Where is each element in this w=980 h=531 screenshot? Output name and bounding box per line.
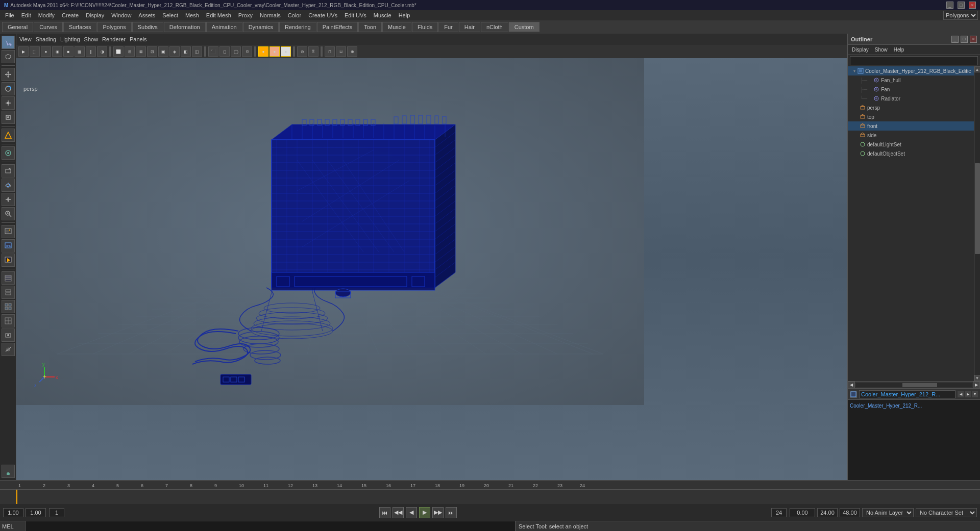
outliner-show-menu[interactable]: Show [873, 46, 890, 53]
anim-layer-select[interactable]: No Anim Layer [862, 508, 914, 517]
menu-modify[interactable]: Modify [35, 11, 58, 19]
outliner-item-side[interactable]: side [848, 131, 974, 140]
tab-polygons[interactable]: Polygons [97, 22, 131, 32]
command-input-area[interactable] [26, 521, 516, 531]
title-bar-buttons[interactable]: _ □ × [946, 2, 976, 9]
layer5-button[interactable] [2, 328, 15, 342]
viewport-lighting-menu[interactable]: Lighting [60, 36, 80, 42]
vp-light-yellow[interactable]: ● [258, 46, 268, 57]
tab-custom[interactable]: Custom [509, 22, 540, 32]
step-forward-button[interactable]: ▶▶ [432, 507, 444, 518]
menu-mesh[interactable]: Mesh [182, 11, 202, 19]
soft-select-button[interactable] [2, 146, 15, 160]
move-tool-button[interactable] [2, 68, 15, 81]
menu-proxy[interactable]: Proxy [235, 11, 256, 19]
lasso-select-button[interactable] [2, 50, 15, 63]
goto-end-button[interactable]: ⏭ [446, 507, 457, 518]
total-time-1-input[interactable]: 24.00 [817, 508, 838, 517]
vp-normals[interactable]: ‖ [86, 46, 96, 57]
outliner-item-cooler-master[interactable]: ▾ Cooler_Master_Hyper_212_RGB_Black_Edit… [848, 66, 974, 75]
maximize-button[interactable]: □ [958, 2, 965, 9]
menu-create[interactable]: Create [59, 11, 82, 19]
vp-light[interactable]: ◑ [97, 46, 107, 57]
menu-window[interactable]: Window [108, 11, 134, 19]
outliner-item-top[interactable]: top [848, 112, 974, 121]
outliner-item-default-object-set[interactable]: defaultObjectSet [848, 149, 974, 158]
scroll-left-arrow[interactable]: ◀ [848, 382, 855, 389]
channel-box-arrow-left[interactable]: ◀ [958, 391, 964, 397]
viewport-3d-content[interactable]: x y z + persp [16, 58, 847, 480]
menu-edit[interactable]: Edit [18, 11, 34, 19]
vp-deformers[interactable]: ⧈ [242, 46, 252, 57]
outliner-minimize[interactable]: _ [951, 36, 959, 43]
range-end-input[interactable]: 1.00 [26, 508, 46, 517]
vp-aa[interactable]: ⊠ [136, 46, 146, 57]
close-button[interactable]: × [969, 2, 976, 9]
goto-start-button[interactable]: ⏮ [379, 507, 390, 518]
vp-select-mode[interactable]: ▶ [18, 46, 29, 57]
tab-muscle[interactable]: Muscle [382, 22, 411, 32]
outliner-tree[interactable]: ▾ Cooler_Master_Hyper_212_RGB_Black_Edit… [848, 66, 974, 381]
tab-general[interactable]: General [2, 22, 33, 32]
vp-snap2[interactable]: ⊔ [336, 46, 346, 57]
tab-rendering[interactable]: Rendering [279, 22, 316, 32]
viewport-view-menu[interactable]: View [19, 36, 32, 42]
play-forward-button[interactable]: ▶ [419, 507, 430, 518]
viewport-area[interactable]: View Shading Lighting Show Renderer Pane… [16, 34, 847, 480]
outliner-help-menu[interactable]: Help [892, 46, 906, 53]
tab-dynamics[interactable]: Dynamics [243, 22, 279, 32]
menu-select[interactable]: Select [159, 11, 181, 19]
outliner-display-menu[interactable]: Display [850, 46, 871, 53]
menu-help[interactable]: Help [396, 11, 413, 19]
vp-texture[interactable]: ▦ [75, 46, 85, 57]
zoom-button[interactable] [2, 207, 15, 220]
viewport-panels-menu[interactable]: Panels [130, 36, 147, 42]
outliner-close[interactable]: × [970, 36, 977, 43]
menu-assets[interactable]: Assets [135, 11, 158, 19]
channel-box-expand[interactable]: ▼ [972, 391, 978, 397]
vp-shadows[interactable]: ◧ [181, 46, 191, 57]
expand-arrow-cooler[interactable]: ▾ [852, 69, 857, 73]
vp-exposure[interactable]: ⊙ [297, 46, 307, 57]
tab-animation[interactable]: Animation [206, 22, 242, 32]
tab-surfaces[interactable]: Surfaces [63, 22, 96, 32]
tab-deformation[interactable]: Deformation [164, 22, 206, 32]
orbit-button[interactable] [2, 179, 15, 192]
tab-painteffects[interactable]: PaintEffects [317, 22, 358, 32]
timeline-marks-container[interactable]: 1 2 3 4 5 6 7 8 9 10 11 12 13 14 15 16 1 [18, 481, 978, 490]
mel-command-input[interactable] [29, 521, 512, 531]
viewport-renderer-menu[interactable]: Renderer [102, 36, 126, 42]
scroll-up-arrow[interactable]: ▲ [974, 66, 981, 72]
minimize-button[interactable]: _ [946, 2, 953, 9]
scale-tool-button[interactable] [2, 96, 15, 110]
vp-bump[interactable]: ▣ [158, 46, 168, 57]
menu-display[interactable]: Display [83, 11, 107, 19]
timeline-bar[interactable] [0, 490, 980, 504]
play-back-button[interactable]: ◀ [406, 507, 417, 518]
render-button[interactable] [2, 254, 15, 267]
transform-tool-button[interactable] [2, 111, 15, 124]
outliner-item-front[interactable]: front [848, 121, 974, 131]
vp-gamma[interactable]: ⧖ [308, 46, 318, 57]
tab-curves[interactable]: Curves [34, 22, 63, 32]
vp-smooth2[interactable]: ◉ [52, 46, 62, 57]
menu-normals[interactable]: Normals [257, 11, 284, 19]
menu-muscle[interactable]: Muscle [371, 11, 395, 19]
camera-tools-button[interactable] [2, 164, 15, 178]
menu-edit-mesh[interactable]: Edit Mesh [203, 11, 234, 19]
viewport-shading-menu[interactable]: Shading [36, 36, 56, 42]
vp-wireframe-on-shaded[interactable]: ⬛ [208, 46, 218, 57]
outliner-item-fan[interactable]: ├─ Fan [848, 85, 974, 94]
render-settings-button[interactable] [2, 225, 15, 238]
scroll-track[interactable] [974, 72, 981, 375]
scroll-right-arrow[interactable]: ▶ [973, 382, 980, 389]
outliner-maximize[interactable]: □ [961, 36, 968, 43]
layer4-button[interactable] [2, 314, 15, 327]
tab-toon[interactable]: Toon [358, 22, 382, 32]
channel-box-arrow-right[interactable]: ▶ [965, 391, 971, 397]
vp-snap1[interactable]: ⊓ [325, 46, 335, 57]
vp-smooth[interactable]: ● [41, 46, 51, 57]
h-scroll-thumb[interactable] [902, 383, 937, 387]
polygon-mode-select[interactable]: Polygons [943, 11, 978, 20]
outliner-item-default-light-set[interactable]: defaultLightSet [848, 140, 974, 149]
